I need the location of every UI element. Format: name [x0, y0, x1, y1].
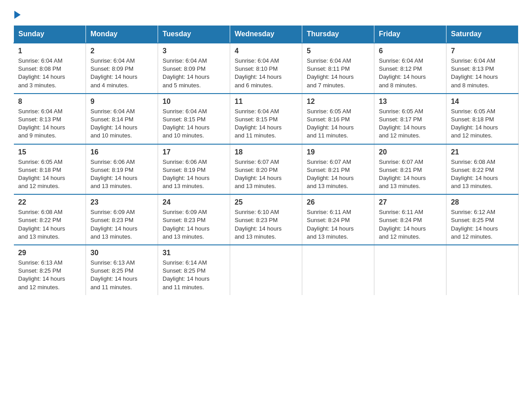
weekday-header-saturday: Saturday — [446, 26, 519, 43]
day-info: Sunrise: 6:06 AMSunset: 8:19 PMDaylight:… — [163, 158, 225, 191]
calendar-day-cell: 25 Sunrise: 6:10 AMSunset: 8:23 PMDaylig… — [230, 194, 302, 245]
calendar-day-cell: 22 Sunrise: 6:08 AMSunset: 8:22 PMDaylig… — [14, 194, 86, 245]
day-info: Sunrise: 6:04 AMSunset: 8:12 PMDaylight:… — [379, 57, 442, 90]
day-number: 1 — [18, 47, 82, 55]
day-number: 16 — [90, 148, 153, 156]
day-info: Sunrise: 6:04 AMSunset: 8:13 PMDaylight:… — [451, 57, 514, 90]
day-info: Sunrise: 6:11 AMSunset: 8:24 PMDaylight:… — [379, 208, 442, 241]
day-number: 29 — [18, 249, 82, 257]
weekday-header-row: SundayMondayTuesdayWednesdayThursdayFrid… — [14, 26, 519, 43]
day-number: 31 — [163, 249, 225, 257]
day-info: Sunrise: 6:08 AMSunset: 8:22 PMDaylight:… — [18, 208, 82, 241]
calendar-day-cell — [374, 245, 446, 295]
calendar-day-cell: 3 Sunrise: 6:04 AMSunset: 8:09 PMDayligh… — [158, 43, 230, 94]
day-info: Sunrise: 6:05 AMSunset: 8:18 PMDaylight:… — [451, 107, 514, 140]
day-number: 4 — [235, 47, 297, 55]
calendar-week-row: 15 Sunrise: 6:05 AMSunset: 8:18 PMDaylig… — [14, 144, 519, 195]
day-info: Sunrise: 6:13 AMSunset: 8:25 PMDaylight:… — [90, 259, 153, 291]
weekday-header-wednesday: Wednesday — [230, 26, 302, 43]
day-info: Sunrise: 6:13 AMSunset: 8:25 PMDaylight:… — [18, 259, 82, 291]
calendar-day-cell: 12 Sunrise: 6:05 AMSunset: 8:16 PMDaylig… — [302, 94, 374, 144]
calendar-day-cell: 4 Sunrise: 6:04 AMSunset: 8:10 PMDayligh… — [230, 43, 302, 94]
day-info: Sunrise: 6:04 AMSunset: 8:14 PMDaylight:… — [90, 107, 153, 140]
day-info: Sunrise: 6:07 AMSunset: 8:21 PMDaylight:… — [307, 158, 369, 191]
weekday-header-thursday: Thursday — [302, 26, 374, 43]
day-info: Sunrise: 6:09 AMSunset: 8:23 PMDaylight:… — [163, 208, 225, 241]
day-info: Sunrise: 6:04 AMSunset: 8:09 PMDaylight:… — [163, 57, 225, 90]
calendar-day-cell: 8 Sunrise: 6:04 AMSunset: 8:13 PMDayligh… — [14, 94, 86, 144]
calendar-week-row: 1 Sunrise: 6:04 AMSunset: 8:08 PMDayligh… — [14, 43, 519, 94]
day-info: Sunrise: 6:12 AMSunset: 8:25 PMDaylight:… — [451, 208, 514, 241]
day-info: Sunrise: 6:04 AMSunset: 8:13 PMDaylight:… — [18, 107, 82, 140]
day-number: 5 — [307, 47, 369, 55]
calendar-day-cell — [230, 245, 302, 295]
calendar-week-row: 29 Sunrise: 6:13 AMSunset: 8:25 PMDaylig… — [14, 245, 519, 295]
calendar-week-row: 22 Sunrise: 6:08 AMSunset: 8:22 PMDaylig… — [14, 194, 519, 245]
day-info: Sunrise: 6:06 AMSunset: 8:19 PMDaylight:… — [90, 158, 153, 191]
logo-triangle-icon — [14, 11, 21, 19]
day-info: Sunrise: 6:04 AMSunset: 8:15 PMDaylight:… — [163, 107, 225, 140]
day-number: 13 — [379, 98, 442, 106]
day-number: 22 — [18, 198, 82, 206]
page-header — [13, 9, 519, 16]
day-number: 10 — [163, 98, 225, 106]
calendar-day-cell: 6 Sunrise: 6:04 AMSunset: 8:12 PMDayligh… — [374, 43, 446, 94]
calendar-week-row: 8 Sunrise: 6:04 AMSunset: 8:13 PMDayligh… — [14, 94, 519, 144]
day-info: Sunrise: 6:04 AMSunset: 8:09 PMDaylight:… — [90, 57, 153, 90]
day-number: 28 — [451, 198, 514, 206]
calendar-day-cell — [446, 245, 519, 295]
day-number: 3 — [163, 47, 225, 55]
calendar-day-cell: 30 Sunrise: 6:13 AMSunset: 8:25 PMDaylig… — [86, 245, 158, 295]
calendar-day-cell: 24 Sunrise: 6:09 AMSunset: 8:23 PMDaylig… — [158, 194, 230, 245]
calendar-day-cell: 20 Sunrise: 6:07 AMSunset: 8:21 PMDaylig… — [374, 144, 446, 195]
day-info: Sunrise: 6:05 AMSunset: 8:16 PMDaylight:… — [307, 107, 369, 140]
calendar-day-cell: 13 Sunrise: 6:05 AMSunset: 8:17 PMDaylig… — [374, 94, 446, 144]
weekday-header-friday: Friday — [374, 26, 446, 43]
day-number: 20 — [379, 148, 442, 156]
calendar-day-cell: 21 Sunrise: 6:08 AMSunset: 8:22 PMDaylig… — [446, 144, 519, 195]
day-number: 2 — [90, 47, 153, 55]
weekday-header-tuesday: Tuesday — [158, 26, 230, 43]
day-number: 30 — [90, 249, 153, 257]
day-info: Sunrise: 6:07 AMSunset: 8:21 PMDaylight:… — [379, 158, 442, 191]
calendar-day-cell: 11 Sunrise: 6:04 AMSunset: 8:15 PMDaylig… — [230, 94, 302, 144]
weekday-header-sunday: Sunday — [14, 26, 86, 43]
calendar-day-cell — [302, 245, 374, 295]
day-number: 23 — [90, 198, 153, 206]
day-number: 9 — [90, 98, 153, 106]
calendar-day-cell: 23 Sunrise: 6:09 AMSunset: 8:23 PMDaylig… — [86, 194, 158, 245]
day-info: Sunrise: 6:04 AMSunset: 8:08 PMDaylight:… — [18, 57, 82, 90]
day-number: 24 — [163, 198, 225, 206]
calendar-day-cell: 14 Sunrise: 6:05 AMSunset: 8:18 PMDaylig… — [446, 94, 519, 144]
day-number: 27 — [379, 198, 442, 206]
day-info: Sunrise: 6:04 AMSunset: 8:11 PMDaylight:… — [307, 57, 369, 90]
day-number: 26 — [307, 198, 369, 206]
calendar-day-cell: 17 Sunrise: 6:06 AMSunset: 8:19 PMDaylig… — [158, 144, 230, 195]
calendar-day-cell: 1 Sunrise: 6:04 AMSunset: 8:08 PMDayligh… — [14, 43, 86, 94]
calendar-table: SundayMondayTuesdayWednesdayThursdayFrid… — [13, 25, 519, 295]
calendar-day-cell: 29 Sunrise: 6:13 AMSunset: 8:25 PMDaylig… — [14, 245, 86, 295]
calendar-day-cell: 2 Sunrise: 6:04 AMSunset: 8:09 PMDayligh… — [86, 43, 158, 94]
day-number: 25 — [235, 198, 297, 206]
day-info: Sunrise: 6:14 AMSunset: 8:25 PMDaylight:… — [163, 259, 225, 291]
day-number: 8 — [18, 98, 82, 106]
day-number: 12 — [307, 98, 369, 106]
calendar-day-cell: 5 Sunrise: 6:04 AMSunset: 8:11 PMDayligh… — [302, 43, 374, 94]
day-info: Sunrise: 6:05 AMSunset: 8:17 PMDaylight:… — [379, 107, 442, 140]
day-number: 7 — [451, 47, 514, 55]
day-info: Sunrise: 6:11 AMSunset: 8:24 PMDaylight:… — [307, 208, 369, 241]
day-number: 18 — [235, 148, 297, 156]
calendar-day-cell: 18 Sunrise: 6:07 AMSunset: 8:20 PMDaylig… — [230, 144, 302, 195]
day-info: Sunrise: 6:04 AMSunset: 8:10 PMDaylight:… — [235, 57, 297, 90]
day-info: Sunrise: 6:04 AMSunset: 8:15 PMDaylight:… — [235, 107, 297, 140]
day-info: Sunrise: 6:08 AMSunset: 8:22 PMDaylight:… — [451, 158, 514, 191]
day-info: Sunrise: 6:07 AMSunset: 8:20 PMDaylight:… — [235, 158, 297, 191]
calendar-day-cell: 26 Sunrise: 6:11 AMSunset: 8:24 PMDaylig… — [302, 194, 374, 245]
day-number: 17 — [163, 148, 225, 156]
day-number: 21 — [451, 148, 514, 156]
day-number: 11 — [235, 98, 297, 106]
day-info: Sunrise: 6:10 AMSunset: 8:23 PMDaylight:… — [235, 208, 297, 241]
weekday-header-monday: Monday — [86, 26, 158, 43]
calendar-day-cell: 10 Sunrise: 6:04 AMSunset: 8:15 PMDaylig… — [158, 94, 230, 144]
logo — [13, 9, 21, 16]
